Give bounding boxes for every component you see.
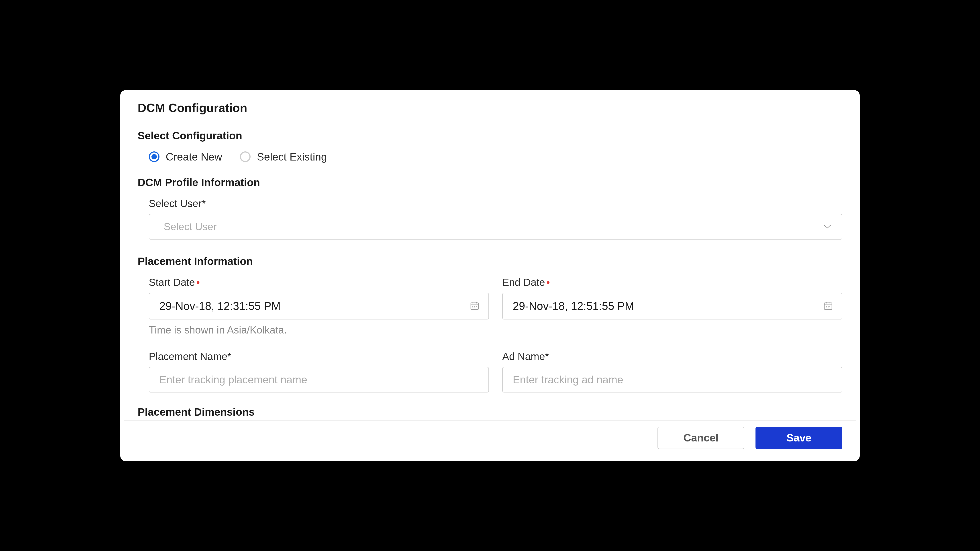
- required-indicator: ●: [196, 279, 200, 286]
- end-date-label: End Date ●: [502, 276, 842, 288]
- ad-name-field: Ad Name*: [502, 351, 842, 392]
- end-date-value: 29-Nov-18, 12:51:55 PM: [513, 300, 634, 313]
- start-date-label: Start Date ●: [149, 276, 489, 288]
- save-button[interactable]: Save: [756, 427, 842, 449]
- start-date-input[interactable]: 29-Nov-18, 12:31:55 PM: [149, 293, 489, 319]
- name-row: Placement Name* Ad Name*: [138, 351, 842, 392]
- select-user-label: Select User*: [149, 197, 842, 210]
- dimensions-label: Placement Dimensions: [138, 406, 842, 418]
- placement-name-field: Placement Name*: [149, 351, 489, 392]
- cancel-button[interactable]: Cancel: [657, 427, 745, 449]
- modal-wrapper: DCM Configuration Select Configuration C…: [120, 90, 860, 461]
- select-user-field: Select User* Select User: [138, 197, 842, 240]
- ad-name-input[interactable]: [502, 367, 842, 392]
- placement-name-label: Placement Name*: [149, 351, 489, 362]
- start-date-field: Start Date ● 29-Nov-18, 12:31:55 PM: [149, 276, 489, 336]
- required-indicator: ●: [546, 279, 550, 286]
- end-date-input[interactable]: 29-Nov-18, 12:51:55 PM: [502, 293, 842, 319]
- radio-label-select-existing: Select Existing: [257, 151, 327, 163]
- config-radio-group: Create New Select Existing: [138, 151, 842, 163]
- modal-body: Select Configuration Create New Select E…: [124, 121, 856, 420]
- modal-footer: Cancel Save: [124, 420, 856, 457]
- dcm-config-modal: DCM Configuration Select Configuration C…: [124, 94, 856, 457]
- start-date-value: 29-Nov-18, 12:31:55 PM: [159, 300, 281, 313]
- timezone-helper: Time is shown in Asia/Kolkata.: [149, 324, 489, 336]
- chevron-down-icon: [823, 224, 832, 230]
- end-date-field: End Date ● 29-Nov-18, 12:51:55 PM: [502, 276, 842, 336]
- select-user-dropdown[interactable]: Select User: [149, 214, 842, 240]
- calendar-icon: [470, 301, 479, 311]
- select-config-label: Select Configuration: [138, 130, 842, 142]
- radio-select-existing[interactable]: Select Existing: [240, 151, 327, 163]
- ad-name-label: Ad Name*: [502, 351, 842, 362]
- select-user-placeholder: Select User: [164, 221, 217, 233]
- radio-icon: [149, 151, 159, 162]
- calendar-icon: [823, 301, 833, 311]
- placement-name-input[interactable]: [149, 367, 489, 392]
- date-row: Start Date ● 29-Nov-18, 12:31:55 PM: [138, 276, 842, 336]
- modal-title: DCM Configuration: [138, 101, 842, 115]
- modal-header: DCM Configuration: [124, 94, 856, 121]
- profile-info-label: DCM Profile Information: [138, 176, 842, 189]
- radio-icon: [240, 151, 251, 162]
- placement-info-label: Placement Information: [138, 255, 842, 267]
- radio-label-create-new: Create New: [166, 151, 222, 163]
- radio-create-new[interactable]: Create New: [149, 151, 222, 163]
